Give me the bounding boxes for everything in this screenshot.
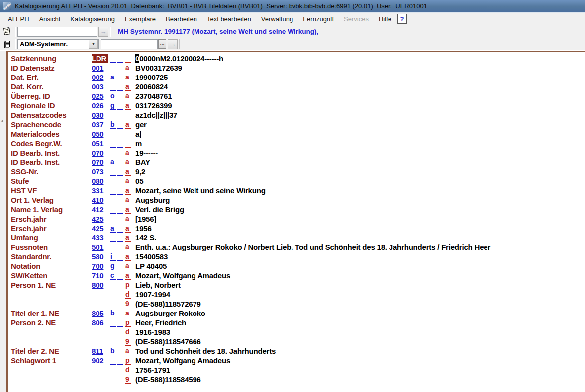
field-tag[interactable]: 051 (92, 139, 108, 148)
field-value[interactable]: 19900725 (135, 73, 168, 82)
indicator-1[interactable] (110, 177, 116, 185)
field-value[interactable]: 031726399 (135, 101, 172, 110)
document-icon-button[interactable] (1, 39, 13, 50)
indicator-2[interactable] (117, 82, 123, 91)
indicator-2[interactable] (117, 215, 123, 223)
field-value[interactable]: 19------ (135, 148, 158, 157)
indicator-2[interactable] (117, 167, 123, 176)
field-tag[interactable]: 433 (92, 233, 108, 242)
field-tag[interactable]: 070 (92, 157, 108, 167)
field-value[interactable]: 9,2 (135, 167, 145, 176)
subfield-code[interactable]: d (125, 290, 131, 299)
indicator-1[interactable]: b (110, 309, 116, 317)
indicator-1[interactable] (110, 82, 116, 91)
field-tag[interactable]: 425 (92, 224, 108, 233)
field-value[interactable]: a| (135, 129, 141, 139)
subfield-code[interactable]: a (125, 167, 131, 176)
indicator-1[interactable] (110, 196, 116, 204)
menu-item-text-bearbeiten[interactable]: Text bearbeiten (202, 14, 256, 24)
field-value[interactable]: Mozart, seine Welt und seine Wirkung (135, 186, 266, 195)
adm-systemnr-input[interactable] (101, 39, 158, 49)
field-tag[interactable]: 412 (92, 205, 108, 214)
subfield-code[interactable]: a (125, 215, 131, 223)
subfield-code[interactable]: p (125, 356, 131, 365)
field-value[interactable]: (DE-588)118584596 (135, 375, 201, 384)
field-tag[interactable]: 025 (92, 91, 108, 101)
subfield-code[interactable]: 9 (125, 337, 131, 346)
subfield-code[interactable]: a (125, 101, 131, 110)
subfield-code[interactable]: a (125, 64, 131, 72)
menu-item-katalogisierung[interactable]: Katalogisierung (65, 14, 120, 24)
indicator-1[interactable] (110, 356, 116, 365)
field-value[interactable]: BAY (135, 157, 150, 167)
adm-go-button[interactable]: → (168, 39, 178, 49)
splitter-bar[interactable]: ◂ (0, 51, 6, 392)
field-value[interactable]: Heer, Friedrich (135, 318, 186, 327)
field-tag[interactable]: 050 (92, 129, 108, 139)
indicator-1[interactable] (110, 186, 116, 195)
field-tag[interactable]: 800 (92, 280, 108, 290)
field-value[interactable]: 237048761 (135, 91, 172, 101)
indicator-1[interactable]: b (110, 120, 116, 129)
catalog-record-panel[interactable]: SatzkennungLDR00000nM2.01200024------hID… (6, 51, 585, 392)
indicator-1[interactable]: g (110, 101, 116, 110)
indicator-1[interactable]: a (110, 158, 116, 166)
field-value[interactable]: 05 (135, 176, 143, 186)
indicator-1[interactable] (110, 234, 116, 242)
field-value[interactable]: 20060824 (135, 82, 168, 91)
indicator-1[interactable]: c (110, 271, 116, 280)
indicator-2[interactable] (117, 149, 123, 157)
field-value[interactable]: 1756-1791 (135, 365, 170, 375)
window-titlebar[interactable]: MARC Katalogisierung ALEPH - Version 20.… (0, 0, 585, 13)
subfield-code[interactable]: 9 (125, 375, 131, 384)
field-tag[interactable]: 580 (92, 252, 108, 261)
subfield-code[interactable]: a (125, 243, 131, 251)
indicator-2[interactable] (117, 271, 123, 280)
indicator-1[interactable] (110, 243, 116, 251)
indicator-2[interactable] (117, 64, 123, 72)
subfield-code[interactable]: a (125, 205, 131, 214)
field-tag[interactable]: 080 (92, 176, 108, 186)
field-tag[interactable]: 410 (92, 195, 108, 205)
subfield-code[interactable]: a (125, 196, 131, 204)
field-tag[interactable]: 003 (92, 82, 108, 91)
field-tag[interactable]: 037 (92, 120, 108, 129)
subfield-code[interactable]: a (125, 92, 131, 100)
field-value[interactable]: ger (135, 120, 147, 129)
subfield-code[interactable]: a (125, 120, 131, 129)
field-value[interactable]: Augsburg (135, 195, 170, 205)
indicator-2[interactable] (117, 224, 123, 233)
field-value[interactable]: Tod und Schönheit des 18. Jahrhunderts (135, 346, 276, 356)
subfield-code[interactable]: a (125, 309, 131, 317)
adm-base-select[interactable]: ADM-Systemnr. ▼ (17, 39, 99, 49)
menu-item-hilfe[interactable]: Hilfe (374, 14, 396, 24)
indicator-1[interactable] (110, 281, 116, 289)
field-tag[interactable]: 902 (92, 356, 108, 365)
indicator-2[interactable] (117, 309, 123, 317)
subfield-code[interactable]: a (125, 149, 131, 157)
search-go-button[interactable]: → (98, 27, 108, 37)
field-value[interactable]: Lieb, Norbert (135, 280, 181, 290)
field-value[interactable]: Augsburger Rokoko (135, 309, 205, 318)
indicator-2[interactable] (117, 234, 123, 242)
subfield-code[interactable]: a (125, 234, 131, 242)
indicator-2[interactable] (117, 54, 123, 63)
indicator-2[interactable] (117, 281, 123, 289)
subfield-code[interactable]: a (125, 262, 131, 270)
subfield-code[interactable]: p (125, 318, 131, 327)
field-value[interactable]: Verl. die Brigg (135, 205, 184, 214)
indicator-1[interactable] (110, 111, 116, 119)
indicator-2[interactable] (117, 130, 123, 138)
indicator-2[interactable] (117, 92, 123, 100)
subfield-code[interactable]: a (125, 73, 131, 81)
field-tag[interactable]: 070 (92, 148, 108, 157)
menu-item-exemplare[interactable]: Exemplare (120, 14, 161, 24)
subfield-code[interactable]: a (125, 186, 131, 195)
record-list-icon-button[interactable] (1, 26, 13, 37)
menu-item-aleph[interactable]: ALEPH (3, 14, 34, 24)
subfield-code[interactable]: a (125, 82, 131, 91)
field-tag[interactable]: 030 (92, 110, 108, 120)
indicator-1[interactable] (110, 215, 116, 223)
field-value[interactable]: 1916-1983 (135, 327, 170, 337)
splitter-collapse-icon[interactable]: ◂ (1, 118, 3, 123)
